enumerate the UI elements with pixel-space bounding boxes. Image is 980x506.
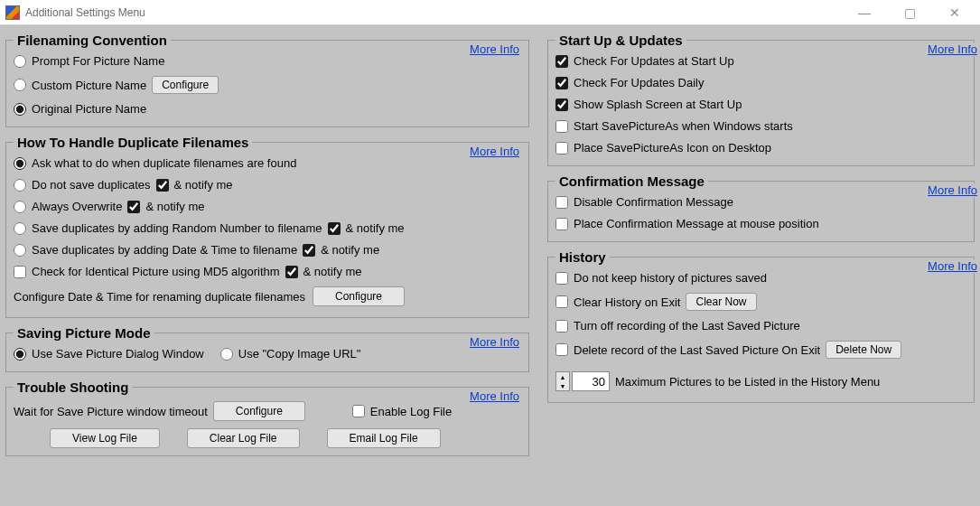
config-dt-label: Configure Date & Time for renaming dupli… [14, 290, 305, 304]
trouble-legend: Trouble Shooting [14, 380, 132, 395]
random-notify-checkbox[interactable] [328, 222, 341, 235]
splash-label: Show Splash Screen at Start Up [574, 98, 742, 111]
enable-log-label: Enable Log File [370, 405, 452, 418]
dialog-radio[interactable] [14, 348, 26, 361]
saving-more-info-link[interactable]: More Info [468, 335, 521, 349]
copyurl-radio[interactable] [220, 348, 233, 361]
turn-off-last-checkbox[interactable] [555, 320, 568, 333]
startup-legend: Start Up & Updates [555, 33, 686, 48]
original-label: Original Picture Name [32, 102, 146, 116]
title-bar: Additional Settings Menu — ▢ ✕ [0, 0, 980, 25]
check-startup-checkbox[interactable] [555, 55, 568, 68]
duplicates-more-info-link[interactable]: More Info [468, 145, 521, 158]
minimize-button[interactable]: — [845, 3, 884, 23]
enable-log-checkbox[interactable] [352, 405, 365, 417]
random-radio[interactable] [14, 222, 26, 235]
history-more-info-link[interactable]: More Info [925, 259, 977, 273]
close-button[interactable]: ✕ [935, 3, 975, 23]
winstart-checkbox[interactable] [555, 120, 568, 133]
saving-legend: Saving Picture Mode [14, 325, 154, 341]
filenaming-more-info-link[interactable]: More Info [468, 42, 521, 56]
dialog-label: Use Save Picture Dialog Window [32, 347, 204, 361]
clear-log-button[interactable]: Clear Log File [187, 428, 300, 448]
no-history-checkbox[interactable] [555, 272, 568, 285]
turn-off-last-label: Turn off recording of the Last Saved Pic… [574, 319, 800, 333]
donotsave-notify-label: & notify me [174, 178, 233, 192]
datetime-label: Save duplicates by adding Date & Time to… [32, 243, 297, 257]
donotsave-radio[interactable] [14, 179, 26, 192]
view-log-button[interactable]: View Log File [50, 428, 160, 448]
timeout-configure-button[interactable]: Configure [213, 401, 305, 421]
check-daily-label: Check For Updates Daily [574, 76, 705, 89]
history-group: History More Info Do not keep history of… [547, 249, 975, 403]
check-daily-checkbox[interactable] [555, 77, 568, 89]
overwrite-notify-label: & notify me [145, 200, 204, 213]
maximize-button[interactable]: ▢ [890, 3, 929, 23]
md5-notify-checkbox[interactable] [285, 266, 298, 278]
disable-confirm-checkbox[interactable] [555, 196, 568, 209]
no-history-label: Do not keep history of pictures saved [574, 271, 767, 285]
disable-confirm-label: Disable Confirmation Message [574, 195, 733, 209]
copyurl-label: Use "Copy Image URL" [238, 347, 361, 361]
saving-group: Saving Picture Mode More Info Use Save P… [5, 325, 529, 372]
original-radio[interactable] [14, 103, 26, 116]
duplicates-group: How To Handle Duplicate Filenames More I… [5, 135, 529, 318]
clear-exit-label: Clear History on Exit [574, 295, 680, 309]
confirmation-more-info-link[interactable]: More Info [925, 183, 977, 197]
prompt-label: Prompt For Picture Name [32, 54, 164, 68]
winstart-label: Start SavePictureAs when Windows starts [574, 119, 793, 133]
delete-now-button[interactable]: Delete Now [826, 341, 901, 359]
startup-group: Start Up & Updates More Info Check For U… [547, 33, 975, 166]
random-label: Save duplicates by adding Random Number … [32, 221, 322, 235]
datetime-notify-label: & notify me [321, 243, 379, 257]
history-legend: History [555, 249, 610, 265]
overwrite-radio[interactable] [14, 201, 26, 213]
filenaming-legend: Filenaming Convention [14, 33, 171, 48]
donotsave-notify-checkbox[interactable] [156, 179, 169, 192]
desktop-icon-label: Place SavePictureAs Icon on Desktop [574, 141, 771, 155]
confirm-mouse-checkbox[interactable] [555, 218, 568, 230]
ask-radio[interactable] [14, 157, 26, 170]
desktop-icon-checkbox[interactable] [555, 142, 568, 155]
duplicates-legend: How To Handle Duplicate Filenames [14, 135, 252, 150]
timeout-label: Wait for Save Picture window timeout [14, 405, 208, 418]
confirm-mouse-label: Place Confirmation Message at mouse posi… [574, 217, 819, 230]
startup-more-info-link[interactable]: More Info [925, 42, 977, 56]
md5-notify-label: & notify me [303, 265, 362, 278]
filenaming-group: Filenaming Convention More Info Prompt F… [5, 33, 529, 127]
spinner-up-icon[interactable]: ▲ [556, 372, 569, 381]
random-notify-label: & notify me [346, 221, 405, 235]
datetime-radio[interactable] [14, 244, 26, 257]
max-pictures-input[interactable] [572, 371, 610, 391]
config-dt-button[interactable]: Configure [313, 286, 405, 306]
trouble-group: Trouble Shooting More Info Wait for Save… [5, 380, 529, 456]
delete-last-exit-checkbox[interactable] [555, 343, 568, 356]
ask-label: Ask what to do when duplicate filenames … [32, 156, 296, 170]
datetime-notify-checkbox[interactable] [303, 244, 315, 257]
custom-radio[interactable] [14, 79, 26, 91]
check-startup-label: Check For Updates at Start Up [574, 54, 734, 68]
overwrite-label: Always Overwrite [32, 200, 122, 213]
max-pictures-spinner[interactable]: ▲ ▼ [555, 371, 610, 391]
email-log-button[interactable]: Email Log File [327, 428, 441, 448]
clear-exit-checkbox[interactable] [555, 295, 568, 308]
confirmation-group: Confirmation Message More Info Disable C… [547, 173, 975, 242]
md5-label: Check for Identical Picture using MD5 al… [32, 265, 280, 278]
confirmation-legend: Confirmation Message [555, 173, 708, 189]
custom-configure-button[interactable]: Configure [152, 76, 219, 94]
overwrite-notify-checkbox[interactable] [127, 201, 140, 213]
custom-label: Custom Picture Name [32, 79, 146, 92]
splash-checkbox[interactable] [555, 98, 568, 111]
window-title: Additional Settings Menu [25, 6, 145, 19]
max-pictures-label: Maximum Pictures to be Listed in the His… [615, 375, 880, 389]
prompt-radio[interactable] [14, 55, 26, 68]
trouble-more-info-link[interactable]: More Info [468, 389, 521, 403]
delete-last-exit-label: Delete record of the Last Saved Picture … [574, 343, 820, 357]
spinner-down-icon[interactable]: ▼ [556, 381, 569, 390]
md5-checkbox[interactable] [14, 266, 26, 278]
donotsave-label: Do not save duplicates [32, 178, 151, 192]
clear-now-button[interactable]: Clear Now [686, 293, 756, 311]
app-icon [5, 5, 20, 20]
